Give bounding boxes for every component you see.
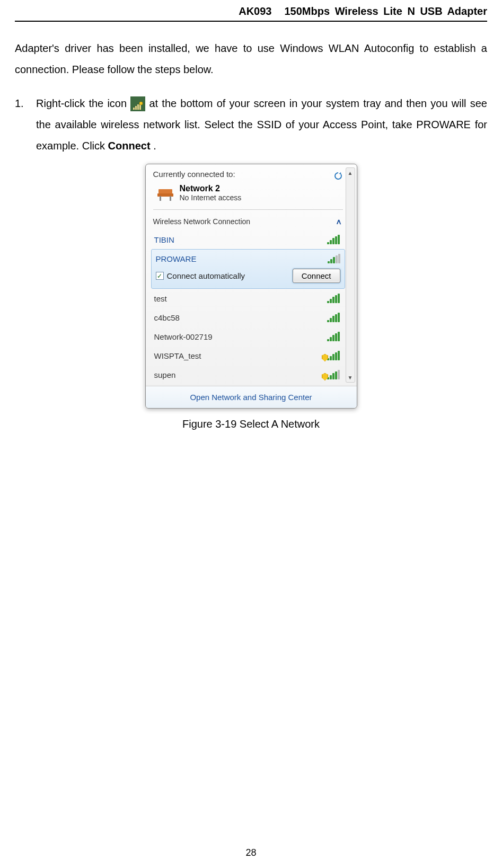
ssid-label: TIBIN: [154, 235, 174, 244]
network-item-network002719[interactable]: Network-002719: [153, 327, 343, 346]
wireless-connection-header[interactable]: Wireless Network Connection ʌ: [153, 212, 343, 230]
selected-network-block: PROWARE ✓ Connect automatically Connect: [151, 249, 345, 289]
refresh-icon[interactable]: [333, 171, 343, 181]
network-item-test[interactable]: test: [153, 289, 343, 308]
signal-icon: [327, 370, 340, 379]
signal-icon: [327, 294, 340, 303]
step-text: Right-click the icon at the bottom of yo…: [36, 93, 487, 156]
header-model: AK093: [239, 5, 271, 17]
svg-rect-0: [133, 108, 135, 110]
scrollbar[interactable]: ▲ ▼: [346, 167, 355, 383]
step-1: 1. Right-click the icon at the bottom of…: [15, 93, 487, 156]
page-number: 28: [0, 847, 502, 858]
svg-point-4: [139, 102, 143, 105]
current-network-name: Network 2: [180, 184, 242, 193]
step-post2: .: [153, 140, 156, 152]
signal-icon: [327, 332, 340, 341]
page-header: AK093 150Mbps Wireless Lite N USB Adapte…: [15, 0, 487, 22]
footer-link-text: Open Network and Sharing Center: [190, 393, 312, 402]
divider: [153, 209, 343, 210]
connect-automatically-checkbox[interactable]: ✓ Connect automatically: [156, 271, 245, 280]
scroll-up-icon[interactable]: ▲: [346, 168, 355, 178]
checkbox-icon: ✓: [156, 272, 164, 280]
step-pre: Right-click the icon: [36, 98, 130, 109]
header-title: 150Mbps Wireless Lite N USB Adapter: [284, 5, 487, 17]
scroll-down-icon[interactable]: ▼: [346, 373, 355, 382]
ssid-label: c4bc58: [154, 313, 180, 322]
intro-paragraph: Adapter's driver has been installed, we …: [15, 38, 487, 80]
chevron-up-icon: ʌ: [337, 217, 341, 226]
network-item-c4bc58[interactable]: c4bc58: [153, 308, 343, 327]
signal-icon: [327, 351, 340, 360]
connect-auto-label: Connect automatically: [167, 271, 245, 280]
signal-icon: [327, 313, 340, 322]
ssid-label: supen: [154, 370, 176, 379]
network-item-wispta[interactable]: WISPTA_test: [153, 346, 343, 365]
step-number: 1.: [15, 93, 36, 156]
bench-icon: [156, 185, 174, 201]
systray-wireless-icon: [130, 96, 145, 111]
wifi-popup: ▲ ▼ Currently connected to:: [145, 164, 357, 409]
network-item-supen[interactable]: supen: [153, 365, 343, 382]
current-network-status: No Internet access: [180, 193, 242, 202]
network-item-proware[interactable]: PROWARE: [156, 250, 340, 267]
ssid-label: WISPTA_test: [154, 351, 201, 360]
wireless-connection-label: Wireless Network Connection: [153, 217, 251, 226]
ssid-label: test: [154, 294, 167, 303]
step-bold: Connect: [108, 140, 151, 152]
figure-caption: Figure 3-19 Select A Network: [15, 418, 487, 430]
connect-button[interactable]: Connect: [293, 269, 340, 283]
svg-rect-2: [137, 104, 139, 110]
currently-connected-label: Currently connected to:: [153, 170, 235, 179]
open-network-center-link[interactable]: Open Network and Sharing Center: [146, 386, 357, 408]
ssid-label: Network-002719: [154, 332, 213, 341]
network-item-tibin[interactable]: TIBIN: [153, 230, 343, 249]
ssid-label: PROWARE: [156, 254, 197, 263]
svg-rect-1: [135, 106, 137, 110]
signal-icon: [327, 235, 340, 244]
current-network-row: Network 2 No Internet access: [153, 182, 343, 207]
figure-container: ▲ ▼ Currently connected to:: [15, 164, 487, 409]
signal-icon: [328, 254, 340, 263]
